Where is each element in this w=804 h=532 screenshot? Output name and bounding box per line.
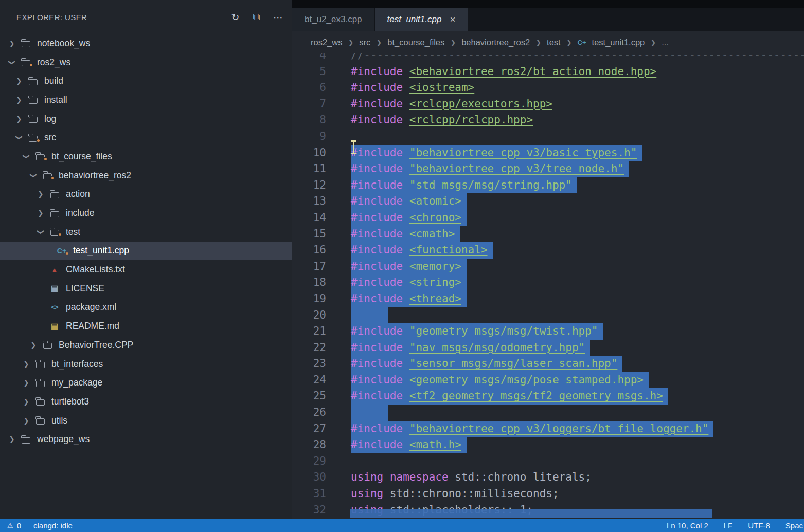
chevron-right-icon[interactable]: ❯ <box>5 40 19 47</box>
tree-item-ros2_ws[interactable]: ❯ros2_ws <box>0 53 292 72</box>
chevron-right-icon[interactable]: ❯ <box>34 209 47 217</box>
line-number[interactable]: 14 <box>292 210 340 226</box>
close-icon[interactable]: × <box>450 14 455 25</box>
tree-item-BehaviorTree.CPP[interactable]: ❯BehaviorTree.CPP <box>0 336 292 355</box>
line-number[interactable]: 16 <box>292 242 340 259</box>
code-line[interactable]: 24#include <geometry_msgs/msg/pose_stamp… <box>292 372 804 389</box>
line-number[interactable]: 11 <box>292 161 340 177</box>
chevron-right-icon[interactable]: ❯ <box>27 341 40 349</box>
tree-item-test_unit1.cpp[interactable]: C+test_unit1.cpp <box>0 242 292 261</box>
code-line[interactable]: 16#include <functional> <box>292 242 804 259</box>
code-line[interactable]: 14#include <chrono> <box>292 210 804 226</box>
line-number[interactable]: 20 <box>292 307 340 324</box>
breadcrumb-item[interactable]: test_unit1.cpp <box>592 38 645 47</box>
line-number[interactable]: 26 <box>292 405 340 421</box>
tree-item-action[interactable]: ❯action <box>0 185 292 204</box>
code-line[interactable]: 21#include "geometry_msgs/msg/twist.hpp" <box>292 323 804 340</box>
chevron-down-icon[interactable]: ❯ <box>23 150 30 163</box>
code-line[interactable]: 13#include <atomic> <box>292 193 804 210</box>
copy-icon[interactable]: ⧉ <box>253 11 260 23</box>
tree-item-my_package[interactable]: ❯my_package <box>0 373 292 392</box>
chevron-right-icon[interactable]: ❯ <box>20 360 33 368</box>
breadcrumb-item[interactable]: behaviortree_ros2 <box>461 38 530 47</box>
tree-item-LICENSE[interactable]: ▤LICENSE <box>0 279 292 298</box>
line-number[interactable]: 21 <box>292 323 340 340</box>
horizontal-scrollbar[interactable] <box>350 509 712 518</box>
tree-item-notebook_ws[interactable]: ❯notebook_ws <box>0 34 292 53</box>
chevron-right-icon[interactable]: ❯ <box>20 417 33 425</box>
tree-item-bt_interfaces[interactable]: ❯bt_interfaces <box>0 355 292 374</box>
tree-item-package.xml[interactable]: <>package.xml <box>0 298 292 317</box>
code-line[interactable]: 6#include <iostream> <box>292 80 804 96</box>
tab-bt_u2_ex3[interactable]: bt_u2_ex3.cpp <box>292 8 375 31</box>
code-line[interactable]: 29 <box>292 453 804 470</box>
tree-item-webpage_ws[interactable]: ❯webpage_ws <box>0 430 292 449</box>
chevron-down-icon[interactable]: ❯ <box>30 169 38 182</box>
code-line[interactable]: 23#include "sensor_msgs/msg/laser_scan.h… <box>292 356 804 372</box>
indent-indicator[interactable]: Spac <box>785 521 803 530</box>
line-number[interactable]: 29 <box>292 453 340 470</box>
chevron-right-icon[interactable]: ❯ <box>20 379 33 387</box>
code-line[interactable]: 15#include <cmath> <box>292 226 804 243</box>
line-number[interactable]: 22 <box>292 340 340 356</box>
tree-item-utils[interactable]: ❯utils <box>0 411 292 430</box>
chevron-down-icon[interactable]: ❯ <box>8 56 16 69</box>
breadcrumb-item[interactable]: ... <box>662 38 669 47</box>
chevron-right-icon[interactable]: ❯ <box>5 435 19 443</box>
code-line[interactable]: 28#include <math.h> <box>292 437 804 453</box>
breadcrumb-item[interactable]: src <box>359 38 370 47</box>
line-number[interactable]: 27 <box>292 421 340 437</box>
line-number[interactable]: 10 <box>292 145 340 161</box>
code-line[interactable]: 9 <box>292 129 804 145</box>
breadcrumb-item[interactable]: test <box>547 38 561 47</box>
line-number[interactable]: 6 <box>292 80 340 96</box>
code-line[interactable]: 27#include "behaviortree_cpp_v3/loggers/… <box>292 421 804 437</box>
line-number[interactable]: 30 <box>292 469 340 486</box>
tree-item-install[interactable]: ❯install <box>0 90 292 109</box>
line-number[interactable]: 15 <box>292 226 340 243</box>
tree-item-behaviortree_ros2[interactable]: ❯behaviortree_ros2 <box>0 166 292 185</box>
line-number[interactable]: 4 <box>292 53 340 64</box>
line-number[interactable]: 18 <box>292 274 340 291</box>
code-line[interactable]: 7#include <rclcpp/executors.hpp> <box>292 96 804 113</box>
tree-item-test[interactable]: ❯test <box>0 223 292 242</box>
lsp-status[interactable]: clangd: idle <box>33 521 73 530</box>
line-number[interactable]: 12 <box>292 177 340 194</box>
tree-item-README.md[interactable]: ▤README.md <box>0 317 292 336</box>
code-line[interactable]: 20 <box>292 307 804 324</box>
tree-item-CMakeLists.txt[interactable]: ▲CMakeLists.txt <box>0 260 292 279</box>
chevron-right-icon[interactable]: ❯ <box>12 115 26 123</box>
more-actions-icon[interactable]: ⋯ <box>273 11 283 23</box>
tab-test_unit1[interactable]: test_unit1.cpp × <box>375 8 468 31</box>
line-number[interactable]: 28 <box>292 437 340 453</box>
line-number[interactable]: 19 <box>292 291 340 307</box>
line-number[interactable]: 5 <box>292 64 340 80</box>
code-line[interactable]: 31using std::chrono::milliseconds; <box>292 486 804 502</box>
tree-item-bt_course_files[interactable]: ❯bt_course_files <box>0 147 292 166</box>
line-number[interactable]: 32 <box>292 502 340 519</box>
tree-item-log[interactable]: ❯log <box>0 109 292 129</box>
chevron-right-icon[interactable]: ❯ <box>20 398 33 406</box>
code-line[interactable]: 8#include <rclcpp/rclcpp.hpp> <box>292 112 804 129</box>
breadcrumb-item[interactable]: bt_course_files <box>387 38 444 47</box>
refresh-icon[interactable]: ↻ <box>231 11 240 23</box>
line-number[interactable]: 23 <box>292 356 340 372</box>
tree-item-build[interactable]: ❯build <box>0 71 292 90</box>
cursor-position[interactable]: Ln 10, Col 2 <box>667 521 708 530</box>
code-line[interactable]: 4//-------------------------------------… <box>292 53 804 64</box>
code-line[interactable]: 12#include "std_msgs/msg/string.hpp" <box>292 177 804 194</box>
line-number[interactable]: 17 <box>292 259 340 275</box>
line-number[interactable]: 13 <box>292 193 340 210</box>
breadcrumb-item[interactable]: ros2_ws <box>311 38 342 47</box>
tree-item-include[interactable]: ❯include <box>0 204 292 223</box>
code-line[interactable]: 10#include "behaviortree_cpp_v3/basic_ty… <box>292 145 804 161</box>
encoding-indicator[interactable]: UTF-8 <box>748 521 770 530</box>
eol-indicator[interactable]: LF <box>724 521 733 530</box>
code-area[interactable]: 4//-------------------------------------… <box>292 53 804 519</box>
line-number[interactable]: 24 <box>292 372 340 389</box>
code-line[interactable]: 26 <box>292 405 804 421</box>
chevron-right-icon[interactable]: ❯ <box>34 190 47 198</box>
line-number[interactable]: 8 <box>292 112 340 129</box>
code-line[interactable]: 30using namespace std::chrono_literals; <box>292 469 804 486</box>
code-line[interactable]: 11#include "behaviortree_cpp_v3/tree_nod… <box>292 161 804 177</box>
